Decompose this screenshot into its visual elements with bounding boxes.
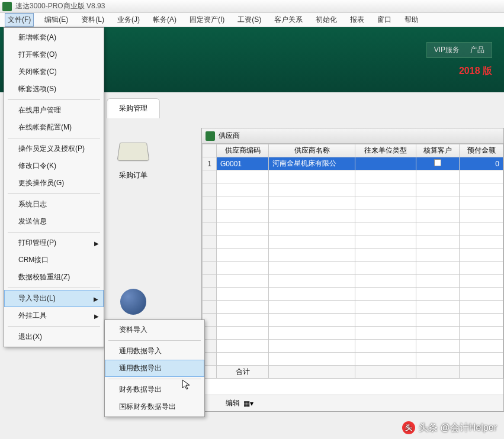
tab-purchase[interactable]: 采购管理 <box>107 98 160 118</box>
cell-type <box>355 157 416 170</box>
table-row[interactable] <box>203 222 503 235</box>
cell-prepay: 0 <box>460 157 503 170</box>
table-row[interactable] <box>203 275 503 288</box>
supplier-table: 供应商编码 供应商名称 往来单位类型 核算客户 预付金额 1 G0001 河南金… <box>202 144 503 379</box>
table-row[interactable]: 1 G0001 河南金星机床有限公 0 <box>203 157 503 170</box>
submenu-item[interactable]: 国标财务数据导出 <box>105 398 204 415</box>
table-row[interactable] <box>203 170 503 183</box>
file-menu-item[interactable]: 更换操作员(G) <box>4 175 104 192</box>
menu-separator <box>8 193 100 194</box>
menu-separator <box>8 232 100 233</box>
watermark-icon: 头 <box>402 421 415 434</box>
panel-icon <box>206 131 215 141</box>
submenu-item[interactable]: 财务数据导出 <box>105 381 204 398</box>
table-row[interactable] <box>203 353 503 366</box>
menu-report[interactable]: 报表 <box>348 14 367 26</box>
file-menu-item[interactable]: 操作员定义及授权(P) <box>4 140 104 157</box>
file-menu-item[interactable]: 发送信息 <box>4 213 104 230</box>
globe-icon <box>120 289 146 315</box>
menu-edit[interactable]: 编辑(E) <box>42 14 70 26</box>
menu-account[interactable]: 帐务(A) <box>150 14 179 26</box>
file-menu-item[interactable]: 修改口令(K) <box>4 157 104 175</box>
file-menu-item[interactable]: 打印管理(P)▶ <box>4 234 104 251</box>
total-label: 合计 <box>217 366 269 379</box>
menu-salary[interactable]: 工资(S) <box>235 14 264 26</box>
menubar: 文件(F) 编辑(E) 资料(L) 业务(J) 帐务(A) 固定资产(I) 工资… <box>0 13 504 27</box>
checkbox-icon[interactable] <box>434 159 441 166</box>
import-export-submenu: 资料导入通用数据导入通用数据导出财务数据导出国标财务数据导出 <box>104 319 205 417</box>
menu-separator <box>8 288 100 288</box>
table-row[interactable] <box>203 248 503 262</box>
file-menu-item[interactable]: 数据校验重组(Z) <box>4 269 104 286</box>
table-row[interactable] <box>203 209 503 222</box>
file-menu-item[interactable]: 帐套选项(S) <box>4 80 104 98</box>
table-row[interactable] <box>203 183 503 196</box>
panel-title: 供应商 <box>219 131 240 141</box>
col-type[interactable]: 往来单位类型 <box>355 144 416 157</box>
menu-separator <box>8 138 100 138</box>
file-menu-item[interactable]: 在线用户管理 <box>4 102 104 119</box>
cell-check[interactable] <box>416 157 460 170</box>
product-link[interactable]: 产品 <box>470 45 484 55</box>
titlebar: 速达3000-PRO商业版 V8.93 <box>0 0 504 13</box>
menu-separator <box>8 99 100 100</box>
cell-name: 河南金星机床有限公 <box>269 157 355 170</box>
submenu-item[interactable]: 资料导入 <box>105 321 204 338</box>
menu-asset[interactable]: 固定资产(I) <box>187 14 227 26</box>
col-name[interactable]: 供应商名称 <box>269 144 355 157</box>
menu-crm[interactable]: 客户关系 <box>272 14 305 26</box>
vip-link[interactable]: VIP服务 <box>434 45 460 55</box>
submenu-arrow-icon: ▶ <box>94 240 99 246</box>
table-row[interactable] <box>203 340 503 353</box>
table-wrap[interactable]: 供应商编码 供应商名称 往来单位类型 核算客户 预付金额 1 G0001 河南金… <box>202 144 503 395</box>
menu-init[interactable]: 初始化 <box>313 14 339 26</box>
file-menu-item[interactable]: 新增帐套(A) <box>4 29 104 46</box>
supplier-panel: 供应商 供应商编码 供应商名称 往来单位类型 核算客户 预付金额 1 <box>201 128 504 412</box>
file-menu-item[interactable]: 打开帐套(O) <box>4 46 104 63</box>
module-second[interactable] <box>115 287 151 317</box>
table-row[interactable] <box>203 314 503 327</box>
watermark-text: 头条 @会计Helper <box>419 422 497 434</box>
table-row[interactable] <box>203 196 503 209</box>
version-year: 2018 版 <box>459 65 492 78</box>
file-menu-item[interactable]: 导入导出(L)▶ <box>4 290 104 307</box>
vip-links: VIP服务 产品 <box>426 42 492 58</box>
menu-help[interactable]: 帮助 <box>402 14 421 26</box>
col-check[interactable]: 核算客户 <box>416 144 460 157</box>
file-menu-item[interactable]: 在线帐套配置(M) <box>4 119 104 136</box>
file-menu-item[interactable]: CRM接口 <box>4 251 104 269</box>
table-total-row: 合计 <box>203 366 503 379</box>
table-row[interactable] <box>203 301 503 314</box>
file-menu-item[interactable]: 外挂工具▶ <box>4 307 104 324</box>
menu-separator <box>108 340 201 341</box>
panel-header: 供应商 <box>202 128 503 144</box>
module-label: 采购订单 <box>119 170 147 180</box>
footer-edit-icon[interactable]: ▦▾ <box>243 399 253 408</box>
col-rownum[interactable] <box>203 144 217 157</box>
submenu-arrow-icon: ▶ <box>94 295 98 302</box>
module-purchase-order[interactable]: 采购订单 <box>115 136 151 180</box>
file-menu-item[interactable]: 关闭帐套(C) <box>4 63 104 80</box>
menu-file[interactable]: 文件(F) <box>5 13 34 27</box>
menu-business[interactable]: 业务(J) <box>115 14 142 26</box>
menu-window[interactable]: 窗口 <box>375 14 394 26</box>
table-row[interactable] <box>203 288 503 301</box>
app-title: 速达3000-PRO商业版 V8.93 <box>15 1 105 11</box>
table-row[interactable] <box>203 235 503 248</box>
file-menu-item[interactable]: 系统日志 <box>4 196 104 213</box>
watermark: 头 头条 @会计Helper <box>402 421 497 434</box>
cell-code: G0001 <box>217 157 269 170</box>
col-prepay[interactable]: 预付金额 <box>460 144 503 157</box>
submenu-arrow-icon: ▶ <box>94 312 99 319</box>
col-code[interactable]: 供应商编码 <box>217 144 269 157</box>
file-dropdown: 新增帐套(A)打开帐套(O)关闭帐套(C)帐套选项(S)在线用户管理在线帐套配置… <box>4 27 104 347</box>
table-row[interactable] <box>203 262 503 275</box>
menu-data[interactable]: 资料(L) <box>79 14 107 26</box>
footer-edit-label[interactable]: 编辑 <box>226 398 240 408</box>
table-row[interactable] <box>203 327 503 340</box>
book-icon <box>117 143 150 161</box>
submenu-item[interactable]: 通用数据导出 <box>105 360 204 377</box>
app-icon <box>2 2 12 11</box>
file-menu-item[interactable]: 退出(X) <box>4 328 104 346</box>
submenu-item[interactable]: 通用数据导入 <box>105 343 204 360</box>
